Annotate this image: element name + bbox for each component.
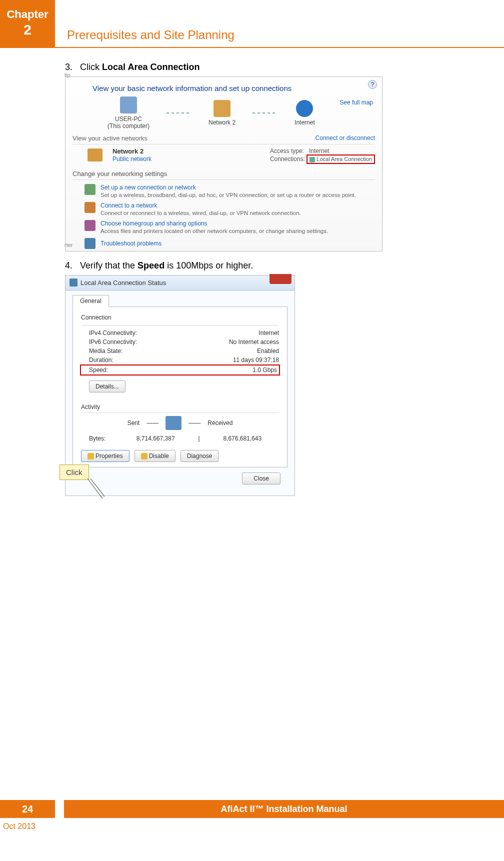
details-button-wrap: Details... bbox=[89, 380, 279, 392]
nic-icon bbox=[310, 157, 315, 162]
details-button[interactable]: Details... bbox=[89, 380, 126, 392]
chapter-number: 2 bbox=[0, 22, 55, 38]
corner-text-left: rter bbox=[64, 242, 73, 248]
bytes-received: 8,676,681,643 bbox=[206, 435, 279, 442]
dialog-titlebar: Local Area Connection Status bbox=[66, 276, 294, 290]
connect-icon bbox=[84, 202, 96, 213]
option-setup-connection[interactable]: Set up a new connection or network Set u… bbox=[84, 184, 375, 198]
action-button-row: Properties Disable Diagnose bbox=[81, 450, 279, 462]
node-network: Network 2 bbox=[208, 100, 236, 126]
connection-line-icon bbox=[252, 112, 278, 114]
bench-icon bbox=[88, 148, 102, 162]
network-name: Network 2 bbox=[112, 148, 144, 155]
chapter-title: Prerequisites and Site Planning bbox=[67, 28, 234, 47]
step-4-pre: Verify that the bbox=[80, 260, 138, 270]
manual-title: AfiAct II™ Installation Manual bbox=[64, 800, 504, 818]
node-internet: Internet bbox=[294, 100, 315, 126]
chapter-badge: Chapter 2 bbox=[0, 0, 55, 47]
option-setup-link: Set up a new connection or network bbox=[100, 184, 356, 191]
local-area-connection-link[interactable]: Local Area Connection bbox=[306, 154, 375, 164]
help-icon[interactable]: ? bbox=[368, 80, 377, 89]
chapter-word: Chapter bbox=[0, 8, 55, 21]
svg-line-0 bbox=[88, 478, 102, 498]
option-homegroup-desc: Access files and printers located on oth… bbox=[100, 228, 328, 234]
properties-button[interactable]: Properties bbox=[81, 450, 130, 462]
divider bbox=[81, 325, 279, 326]
close-button[interactable]: Close bbox=[242, 472, 280, 484]
step-3: 3. Click Local Area Connection bbox=[65, 62, 474, 72]
network-type-link[interactable]: Public network bbox=[112, 156, 152, 162]
step-3-text: Click bbox=[80, 62, 102, 72]
shield-icon bbox=[141, 453, 148, 460]
troubleshoot-icon bbox=[84, 238, 96, 249]
tab-panel: Connection IPv4 Connectivity:Internet IP… bbox=[72, 306, 288, 468]
dialog-title: Local Area Connection Status bbox=[80, 279, 166, 286]
node-this-computer: USER-PC (This computer) bbox=[108, 96, 150, 130]
globe-icon bbox=[296, 100, 313, 117]
dialog-body: General Connection IPv4 Connectivity:Int… bbox=[66, 290, 294, 496]
svg-line-1 bbox=[90, 478, 104, 496]
footer-date: Oct 2013 bbox=[3, 822, 504, 831]
step-4-bold: Speed bbox=[138, 260, 164, 270]
step-3-bold: Local Area Connection bbox=[102, 62, 200, 72]
option-homegroup[interactable]: Choose homegroup and sharing options Acc… bbox=[84, 220, 375, 234]
change-settings-label: Change your networking settings bbox=[72, 170, 375, 178]
page-content: 3. Click Local Area Connection tip rter … bbox=[65, 62, 474, 496]
network-name-block: Network 2 Public network bbox=[112, 148, 152, 162]
access-type-value: Internet bbox=[309, 148, 330, 154]
divider bbox=[72, 180, 375, 180]
connection-line-icon bbox=[166, 112, 192, 114]
step-4: 4. Verify that the Speed is 100Mbps or h… bbox=[65, 260, 474, 271]
row-speed-highlighted: Speed: 1.0 Gbps bbox=[80, 364, 280, 376]
connect-disconnect-link[interactable]: Connect or disconnect bbox=[316, 134, 375, 142]
step-3-number: 3. bbox=[65, 62, 72, 72]
row-ipv6: IPv6 Connectivity:No Internet access bbox=[81, 338, 279, 346]
option-homegroup-link: Choose homegroup and sharing options bbox=[100, 220, 328, 227]
activity-label: Activity bbox=[81, 404, 279, 410]
option-connect-desc: Connect or reconnect to a wireless, wire… bbox=[100, 210, 301, 216]
sent-label: Sent bbox=[128, 420, 140, 426]
node3-label: Internet bbox=[294, 119, 315, 126]
disable-button[interactable]: Disable bbox=[134, 450, 176, 462]
connections-label: Connections: bbox=[270, 156, 305, 162]
step-4-post: is 100Mbps or higher. bbox=[164, 260, 253, 270]
node1-label: USER-PC bbox=[108, 116, 150, 122]
bytes-label: Bytes: bbox=[89, 435, 119, 442]
computer-icon bbox=[120, 96, 137, 114]
nic-icon bbox=[70, 278, 78, 286]
divider bbox=[72, 144, 375, 144]
footer-bar: 24 AfiAct II™ Installation Manual bbox=[0, 800, 504, 818]
node2-label: Network 2 bbox=[208, 119, 236, 126]
network-icon bbox=[214, 100, 230, 117]
row-duration: Duration:11 days 09:37:18 bbox=[81, 356, 279, 364]
option-troubleshoot[interactable]: Troubleshoot problems bbox=[84, 238, 375, 249]
step-4-number: 4. bbox=[65, 260, 72, 270]
row-media-state: Media State:Enabled bbox=[81, 346, 279, 356]
connection-section-label: Connection bbox=[81, 314, 279, 321]
row-ipv4: IPv4 Connectivity:Internet bbox=[81, 328, 279, 338]
access-block: Access type: Internet Connections: Local… bbox=[270, 148, 375, 164]
diagnose-button[interactable]: Diagnose bbox=[180, 450, 219, 462]
option-connect-network[interactable]: Connect to a network Connect or reconnec… bbox=[84, 202, 375, 216]
close-icon[interactable] bbox=[270, 274, 292, 284]
speed-value: 1.0 Gbps bbox=[252, 366, 277, 374]
speed-label: Speed: bbox=[89, 366, 252, 374]
activity-icon-row: Sent —— —— Received bbox=[81, 416, 279, 430]
access-type-label: Access type: bbox=[270, 148, 304, 154]
homegroup-icon bbox=[84, 220, 96, 231]
see-full-map-link[interactable]: See full map bbox=[340, 99, 373, 106]
click-callout: Click bbox=[60, 464, 89, 480]
activity-monitor-icon bbox=[166, 416, 182, 430]
network-map-row: USER-PC (This computer) Network 2 Intern… bbox=[108, 96, 375, 130]
activity-values-row: Bytes: 8,714,667,387 | 8,676,681,643 bbox=[81, 433, 279, 447]
figure-network-center: tip rter ? View your basic network infor… bbox=[65, 76, 382, 252]
tab-general[interactable]: General bbox=[72, 295, 109, 307]
figure-lac-status: Local Area Connection Status General Con… bbox=[65, 275, 295, 496]
page-footer: 24 AfiAct II™ Installation Manual Oct 20… bbox=[0, 800, 504, 831]
page-header: Chapter 2 Prerequisites and Site Plannin… bbox=[0, 0, 504, 48]
corner-text-top: tip bbox=[64, 72, 70, 78]
option-connect-link: Connect to a network bbox=[100, 202, 301, 209]
active-networks-label: View your active networks Connect or dis… bbox=[72, 134, 375, 142]
callout-pointer bbox=[88, 478, 106, 500]
node1-sublabel: (This computer) bbox=[108, 122, 150, 130]
